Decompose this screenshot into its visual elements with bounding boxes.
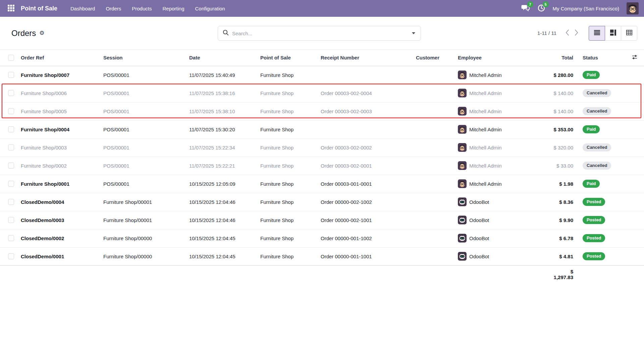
row-checkbox[interactable]	[8, 217, 14, 223]
table-header: Order Ref Session Date Point of Sale Rec…	[0, 50, 644, 66]
menu-configuration[interactable]: Configuration	[191, 3, 229, 14]
select-all-checkbox[interactable]	[8, 55, 14, 61]
cell-date: 11/07/2025 15:22:21	[184, 157, 256, 175]
table-row[interactable]: Furniture Shop/0002 POS/00001 11/07/2025…	[0, 157, 644, 175]
cell-session: Furniture Shop/00001	[99, 211, 184, 229]
cell-point-of-sale: Furniture Shop	[256, 102, 316, 120]
cell-point-of-sale: Furniture Shop	[256, 229, 316, 247]
pager-next-button[interactable]	[572, 28, 581, 38]
cell-status: Cancelled	[578, 84, 624, 102]
cell-point-of-sale: Furniture Shop	[256, 193, 316, 211]
cell-session: POS/00001	[99, 138, 184, 157]
chevron-right-icon	[575, 29, 579, 37]
cell-order-ref: Furniture Shop/0001	[16, 175, 99, 193]
column-header-customer[interactable]: Customer	[411, 50, 453, 66]
table-row[interactable]: Furniture Shop/0006 POS/00001 11/07/2025…	[0, 84, 644, 102]
cell-total: $ 33.00	[547, 157, 578, 175]
cell-date: 11/07/2025 15:40:49	[184, 66, 256, 84]
cell-session: Furniture Shop/00000	[99, 229, 184, 247]
menu-reporting[interactable]: Reporting	[158, 3, 189, 14]
column-header-receipt-number[interactable]: Receipt Number	[316, 50, 411, 66]
user-menu-button[interactable]	[627, 2, 639, 14]
list-view-button[interactable]	[589, 26, 605, 41]
cell-status: Paid	[578, 66, 624, 84]
cell-status: Paid	[578, 120, 624, 138]
row-checkbox[interactable]	[8, 181, 14, 187]
activities-count-badge: 5	[543, 1, 549, 7]
table-row[interactable]: ClosedDemo/0001 Furniture Shop/00000 10/…	[0, 247, 644, 265]
employee-name: OdooBot	[469, 199, 489, 205]
column-header-total[interactable]: Total	[547, 50, 578, 66]
row-checkbox[interactable]	[8, 126, 14, 132]
column-header-session[interactable]: Session	[99, 50, 184, 66]
optional-columns-button[interactable]	[632, 54, 637, 61]
cell-customer	[411, 102, 453, 120]
apps-menu-button[interactable]	[5, 2, 17, 15]
cell-session: Furniture Shop/00001	[99, 193, 184, 211]
column-header-date[interactable]: Date	[184, 50, 256, 66]
actions-gear-button[interactable]: ⚙	[39, 30, 44, 36]
cell-status: Paid	[578, 175, 624, 193]
cell-point-of-sale: Furniture Shop	[256, 66, 316, 84]
employee-name: Mitchell Admin	[469, 90, 502, 96]
table-row[interactable]: Furniture Shop/0003 POS/00001 11/07/2025…	[0, 138, 644, 157]
status-badge: Cancelled	[583, 89, 611, 97]
pivot-view-button[interactable]	[621, 26, 637, 41]
row-checkbox[interactable]	[8, 72, 14, 78]
cell-employee: Mitchell Admin	[453, 84, 547, 102]
pager-range[interactable]: 1-11 / 11	[537, 30, 556, 36]
employee-avatar-mitchell	[458, 143, 467, 152]
row-checkbox[interactable]	[8, 235, 14, 241]
column-header-order-ref[interactable]: Order Ref	[16, 50, 99, 66]
column-header-point-of-sale[interactable]: Point of Sale	[256, 50, 316, 66]
row-checkbox[interactable]	[8, 199, 14, 205]
activities-button[interactable]: 5	[537, 4, 545, 13]
cell-employee: OdooBot	[453, 211, 547, 229]
cell-date: 11/07/2025 15:30:20	[184, 120, 256, 138]
cell-point-of-sale: Furniture Shop	[256, 138, 316, 157]
cell-employee: Mitchell Admin	[453, 138, 547, 157]
employee-name: Mitchell Admin	[469, 127, 502, 132]
cell-session: POS/00001	[99, 157, 184, 175]
table-row[interactable]: ClosedDemo/0004 Furniture Shop/00001 10/…	[0, 193, 644, 211]
employee-avatar-mitchell	[458, 107, 467, 116]
table-row[interactable]: Furniture Shop/0005 POS/00001 11/07/2025…	[0, 102, 644, 120]
row-checkbox[interactable]	[8, 253, 14, 259]
kanban-view-button[interactable]	[605, 26, 621, 41]
row-checkbox[interactable]	[8, 163, 14, 169]
menu-dashboard[interactable]: Dashboard	[66, 3, 99, 14]
employee-name: OdooBot	[469, 235, 489, 241]
cell-point-of-sale: Furniture Shop	[256, 120, 316, 138]
chevron-down-icon	[412, 32, 415, 34]
menu-orders[interactable]: Orders	[101, 3, 125, 14]
cell-order-ref: Furniture Shop/0006	[16, 84, 99, 102]
row-checkbox[interactable]	[8, 108, 14, 114]
row-checkbox[interactable]	[8, 90, 14, 96]
cell-receipt-number: Order 00003-002-0002	[316, 138, 411, 157]
employee-avatar-odoobot	[458, 252, 467, 261]
search-input[interactable]	[232, 31, 411, 36]
cell-status: Cancelled	[578, 138, 624, 157]
app-name[interactable]: Point of Sale	[21, 5, 57, 12]
employee-name: Mitchell Admin	[469, 181, 502, 187]
search-dropdown-toggle[interactable]	[411, 30, 417, 36]
menu-products[interactable]: Products	[127, 3, 156, 14]
row-checkbox[interactable]	[8, 144, 14, 150]
cell-session: POS/00001	[99, 102, 184, 120]
messages-count-badge: 7	[527, 1, 533, 7]
table-row[interactable]: Furniture Shop/0001 POS/00001 10/15/2025…	[0, 175, 644, 193]
column-header-status[interactable]: Status	[578, 50, 624, 66]
employee-avatar-mitchell	[458, 125, 467, 134]
table-row[interactable]: Furniture Shop/0007 POS/00001 11/07/2025…	[0, 66, 644, 84]
employee-avatar-mitchell	[458, 89, 467, 97]
cell-receipt-number: Order 00003-002-0001	[316, 157, 411, 175]
pager-previous-button[interactable]	[562, 28, 572, 38]
company-switcher[interactable]: My Company (San Francisco)	[553, 6, 619, 11]
column-header-employee[interactable]: Employee	[453, 50, 547, 66]
cell-status: Posted	[578, 211, 624, 229]
table-row[interactable]: ClosedDemo/0003 Furniture Shop/00001 10/…	[0, 211, 644, 229]
table-row[interactable]: Furniture Shop/0004 POS/00001 11/07/2025…	[0, 120, 644, 138]
messages-button[interactable]: 7	[521, 4, 530, 13]
status-badge: Cancelled	[583, 162, 611, 170]
table-row[interactable]: ClosedDemo/0002 Furniture Shop/00000 10/…	[0, 229, 644, 247]
